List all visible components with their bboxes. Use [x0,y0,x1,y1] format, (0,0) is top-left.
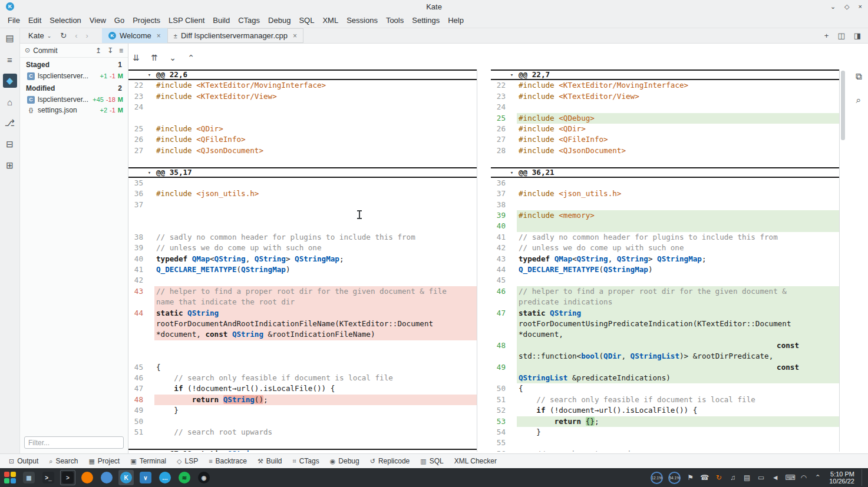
tab-diff-lspclientservermanager-cpp[interactable]: ±Diff lspclientservermanager.cpp× [167,28,303,43]
diff-line[interactable]: 53 return {}; [491,416,839,427]
diff-line[interactable]: 49const [491,362,839,373]
diff-line[interactable]: 42// unless we do come up with such one [491,243,839,253]
next-hunk-icon[interactable]: ⌄ [167,53,178,62]
diff-line[interactable]: QStringList &predicateIndications) [491,373,839,383]
display-icon[interactable]: ▭ [757,473,765,482]
updates-icon[interactable]: ↻ [714,473,723,482]
diff-line[interactable]: 40 [491,221,839,231]
search-right-tool-icon[interactable]: ⌕ [852,93,866,107]
close-icon[interactable]: × [293,32,297,40]
app-system-monitor[interactable]: ▦ [21,470,37,485]
network-icon[interactable]: ◠ [799,473,808,482]
diff-pane-new[interactable]: ▾@@ 22,722#include <KTextEditor/MovingIn… [491,69,840,452]
media-icon[interactable]: ♫ [728,473,737,482]
diff-line[interactable]: 43// helper to find a proper root dir fo… [128,286,477,297]
diff-line[interactable]: 48 return QString(); [128,395,477,405]
clipboard-icon[interactable]: ▤ [742,473,751,482]
diff-line[interactable]: 35 [128,178,477,188]
diff-line[interactable]: 51 // search only feasible if document i… [491,395,839,405]
new-split-icon[interactable]: + [824,31,829,40]
toolview-terminal[interactable]: ▣Terminal [125,454,171,468]
diff-line[interactable]: 25#include <QDir> [128,124,477,134]
first-hunk-icon[interactable]: ⇈ [149,53,160,62]
menu-selection[interactable]: Selection [45,13,85,28]
toolview-search[interactable]: ⌕Search [44,454,83,468]
session-selector[interactable]: Kate ⌄ [20,31,56,40]
app-vscode[interactable]: ∨ [138,470,153,485]
menu-settings[interactable]: Settings [408,13,444,28]
diff-hunk-header[interactable]: ▾@@ 36,21 [491,167,839,178]
show-sidebar-icon[interactable]: ◨ [854,31,861,40]
git-push-icon[interactable]: ↥ [95,47,101,55]
menu-go[interactable]: Go [110,13,128,28]
diff-line[interactable]: 44static QString [128,308,477,319]
close-icon[interactable]: × [157,32,161,40]
show-desktop-button[interactable] [862,469,865,486]
diff-line[interactable]: 50 [128,416,477,427]
toolview-xml-checker[interactable]: XML Checker [449,454,502,468]
diff-line[interactable]: 43typedef QMap<QString, QString> QString… [491,254,839,264]
diff-line[interactable]: std::function<bool(QDir, QStringList)> &… [491,351,839,362]
toolview-lsp[interactable]: ◇LSP [171,454,203,468]
app-launcher-button[interactable] [3,471,17,485]
diff-line[interactable]: 55 [491,438,839,448]
menu-lsp-client[interactable]: LSP Client [164,13,209,28]
git-tool-icon[interactable]: ◆ [3,74,17,88]
menu-debug[interactable]: Debug [264,13,295,28]
diff-line[interactable]: *document, const QString &rootIndication… [128,329,477,340]
diff-line[interactable]: 37 [128,200,477,210]
close-button[interactable]: × [859,3,862,11]
diff-line[interactable]: 36 [491,178,839,188]
toolview-project[interactable]: ▦Project [83,454,125,468]
diff-hunk-header[interactable]: ▾@@ 35,17 [128,167,477,178]
diff-line[interactable]: 39#include <memory> [491,210,839,221]
notifications-icon[interactable]: ⚑ [686,473,695,482]
snippets-tool-icon[interactable]: ⎇ [3,116,17,130]
plugins-tool-icon[interactable]: ⊞ [3,158,17,173]
diff-line[interactable]: 54 } [491,427,839,438]
app-firefox[interactable] [80,470,95,485]
toolview-output[interactable]: ⊡Output [4,454,44,468]
app-terminal[interactable]: > [60,470,75,485]
git-file-settings-json[interactable]: {}settings.json+2-1M [20,105,128,115]
commit-button[interactable]: ⊙ Commit [25,47,58,55]
toolview-sql[interactable]: ▥SQL [415,454,448,468]
toolview-backtrace[interactable]: ≡Backtrace [203,454,252,468]
diff-line[interactable]: 41// sadly no common header for plugins … [491,232,839,243]
diff-pane-old[interactable]: ▾@@ 22,622#include <KTextEditor/MovingIn… [128,69,477,452]
prev-hunk-icon[interactable]: ⌃ [186,53,196,62]
filesystem-tool-icon[interactable]: ⌂ [3,95,17,109]
menu-edit[interactable]: Edit [24,13,45,28]
menu-sql[interactable]: SQL [295,13,318,28]
diff-line[interactable]: 38 [491,200,839,210]
diff-line[interactable]: 22#include <KTextEditor/MovingInterface> [491,80,839,91]
diff-line[interactable]: 52 if (!document→url().isLocalFile()) { [491,405,839,416]
diff-line[interactable]: 46// helper to find a proper root dir fo… [491,286,839,297]
diff-hunk-header[interactable]: ▾@@ 22,6 [128,69,477,80]
diff-line[interactable]: 56 // search root upwards [491,449,839,452]
diff-line[interactable]: 45 [491,275,839,286]
diff-hunk-header[interactable]: ▾@@ 22,7 [491,69,839,80]
menu-ctags[interactable]: CTags [234,13,264,28]
diff-line[interactable]: 48const [491,340,839,351]
keyboard-icon[interactable]: ⌨ [785,473,794,482]
kdeconnect-icon[interactable]: ☎ [700,473,709,482]
diff-line[interactable]: 27#include <QJsonDocument> [128,145,477,156]
diff-line[interactable]: 23#include <KTextEditor/View> [128,91,477,102]
last-hunk-icon[interactable]: ⇊ [131,53,141,62]
diff-line[interactable]: rootForDocumentUsingPredicateIndication(… [491,319,839,329]
diff-line[interactable]: 25#include <QDebug> [491,113,839,124]
diff-line[interactable]: 26#include <QFileInfo> [128,134,477,145]
git-menu-icon[interactable]: ≡ [119,47,123,55]
cpu-gauge[interactable]: 12.1% [651,472,663,484]
clock[interactable]: 5:10 PM10/26/22 [829,471,854,485]
diff-line[interactable]: 50{ [491,383,839,394]
diff-line[interactable]: 46 // search only feasible if document i… [128,373,477,383]
back-icon[interactable]: ‹ [71,31,81,40]
maximize-button[interactable]: ◇ [844,3,849,11]
minimize-button[interactable]: ⌄ [830,3,836,11]
scrollbar-thumb[interactable] [841,71,845,140]
diff-line[interactable]: 22#include <KTextEditor/MovingInterface> [128,80,477,91]
diff-line[interactable]: 24 [128,102,477,112]
diff-line[interactable]: 28#include <QJsonDocument> [491,145,839,156]
